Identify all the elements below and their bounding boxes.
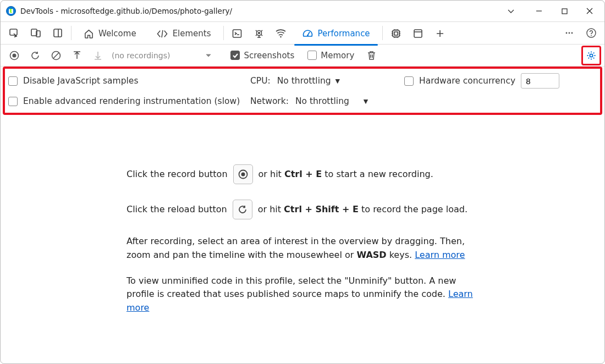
hint-reload-text-a: Click the reload button [127, 203, 227, 217]
screenshots-checkbox[interactable]: Screenshots [230, 51, 294, 60]
tab-elements[interactable]: Elements [146, 22, 221, 45]
window-title: DevTools - microsoftedge.github.io/Demos… [20, 7, 232, 15]
svg-rect-4 [54, 29, 62, 37]
caret-down-icon: ▼ [364, 98, 368, 105]
hint-reload-row: Click the reload button or hit Ctrl + Sh… [127, 200, 479, 219]
performance-landing: Click the record button or hit Ctrl + E … [1, 115, 604, 363]
network-throttling-select[interactable]: Network: No throttling ▼ [250, 96, 404, 106]
svg-point-17 [591, 35, 592, 36]
memory-label: Memory [321, 51, 354, 60]
svg-point-21 [590, 54, 592, 57]
svg-rect-0 [562, 9, 567, 14]
svg-point-8 [280, 36, 282, 38]
advanced-rendering-label: Enable advanced rendering instrumentatio… [23, 96, 240, 106]
hint-record-row: Click the record button or hit Ctrl + E … [127, 164, 479, 184]
recordings-selector[interactable]: (no recordings) [112, 51, 170, 60]
app-icon: E [6, 6, 16, 16]
hardware-concurrency-label: Hardware concurrency [419, 76, 515, 86]
dock-side-icon[interactable] [47, 21, 69, 45]
reload-button[interactable] [26, 46, 45, 65]
record-button[interactable] [5, 46, 24, 65]
tab-welcome[interactable]: Welcome [74, 22, 146, 45]
clear-button[interactable] [47, 46, 65, 65]
checkbox-unchecked-icon [404, 76, 414, 86]
svg-point-23 [241, 173, 245, 177]
cpu-label: CPU: [250, 76, 271, 86]
memory-icon[interactable] [385, 22, 407, 45]
hint-record-text-a: Click the record button [127, 168, 228, 181]
trash-button[interactable] [362, 46, 381, 65]
svg-point-7 [258, 32, 260, 34]
inspect-icon[interactable] [3, 21, 25, 45]
performance-toolbar: (no recordings) Screenshots Memory [1, 45, 604, 67]
advanced-rendering-checkbox[interactable]: Enable advanced rendering instrumentatio… [8, 96, 250, 106]
chevron-down-icon[interactable] [500, 2, 522, 20]
screenshots-label: Screenshots [244, 51, 294, 60]
svg-point-15 [571, 32, 573, 34]
hardware-concurrency-input[interactable] [521, 73, 559, 89]
application-icon[interactable] [407, 22, 429, 45]
console-icon[interactable] [226, 22, 248, 45]
disable-js-samples-label: Disable JavaScript samples [23, 76, 138, 86]
svg-point-14 [569, 32, 570, 34]
disable-js-samples-checkbox[interactable]: Disable JavaScript samples [8, 76, 250, 86]
hint-reload-icon [233, 200, 252, 219]
svg-rect-10 [393, 30, 399, 37]
recordings-dropdown-icon[interactable] [205, 52, 212, 59]
checkbox-unchecked-icon [8, 76, 18, 86]
tab-welcome-label: Welcome [98, 29, 136, 38]
minimize-button[interactable] [526, 2, 552, 20]
svg-rect-12 [414, 30, 422, 37]
svg-point-9 [307, 35, 309, 36]
sources-icon[interactable] [248, 22, 270, 45]
network-icon[interactable] [270, 22, 292, 45]
checkbox-unchecked-icon [307, 51, 317, 60]
window-controls [526, 2, 602, 20]
network-label: Network: [250, 96, 289, 106]
maximize-button[interactable] [552, 2, 577, 20]
tab-bar: Welcome Elements Performance [1, 21, 604, 45]
device-toolbar-icon[interactable] [25, 21, 47, 45]
hint-unminify-para: To view unminified code in this profile,… [127, 274, 479, 315]
svg-point-13 [566, 32, 568, 34]
new-tab-icon[interactable] [429, 22, 451, 45]
hardware-concurrency-checkbox[interactable]: Hardware concurrency [404, 76, 515, 86]
cpu-value: No throttling [277, 76, 331, 86]
close-button[interactable] [577, 2, 602, 20]
network-value: No throttling [295, 96, 349, 106]
tab-performance-label: Performance [318, 29, 370, 38]
memory-checkbox[interactable]: Memory [307, 51, 354, 60]
upload-button[interactable] [68, 46, 86, 65]
svg-rect-1 [10, 29, 17, 35]
tab-performance[interactable]: Performance [292, 22, 380, 45]
tab-elements-label: Elements [173, 29, 211, 38]
cpu-throttling-select[interactable]: CPU: No throttling ▼ [250, 76, 404, 86]
svg-point-19 [13, 53, 16, 57]
caret-down-icon: ▼ [336, 78, 340, 85]
help-icon[interactable] [580, 22, 602, 44]
checkbox-checked-icon [230, 51, 240, 60]
learn-more-link[interactable]: Learn more [415, 250, 465, 260]
download-button[interactable] [89, 46, 107, 65]
devtools-window: E DevTools - microsoftedge.github.io/Dem… [0, 0, 605, 364]
capture-settings-panel: Disable JavaScript samples CPU: No throt… [3, 67, 602, 115]
checkbox-unchecked-icon [8, 97, 18, 106]
titlebar: E DevTools - microsoftedge.github.io/Dem… [1, 1, 604, 21]
hint-record-icon [233, 164, 253, 184]
more-icon[interactable] [558, 22, 580, 44]
hint-reload-text-b: or hit Ctrl + Shift + E to record the pa… [258, 203, 468, 217]
capture-settings-button[interactable] [581, 46, 601, 65]
hint-overview-para: After recording, select an area of inter… [127, 235, 479, 262]
hint-record-text-b: or hit Ctrl + E to start a new recording… [258, 168, 433, 181]
svg-rect-11 [394, 32, 398, 35]
